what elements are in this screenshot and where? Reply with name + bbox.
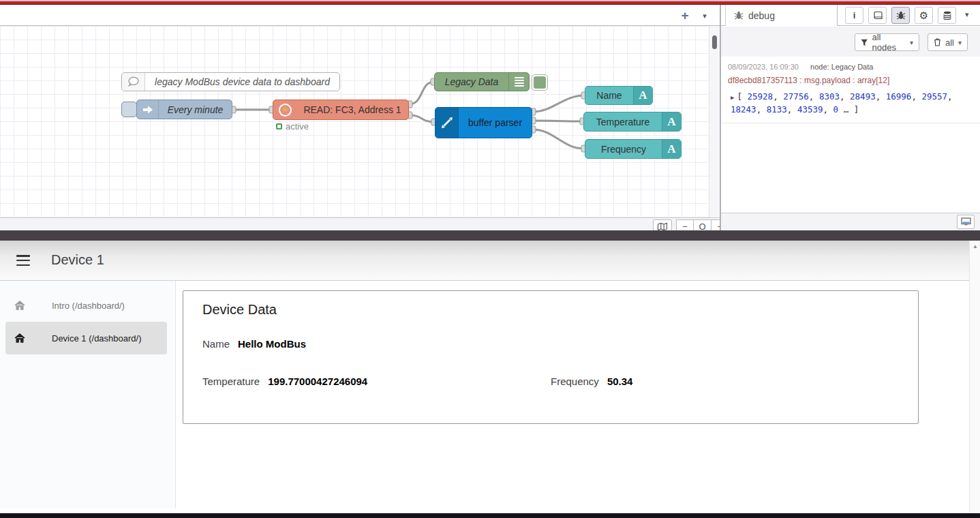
home-icon xyxy=(14,333,26,344)
filter-nodes-button[interactable]: all nodes ▾ xyxy=(855,33,919,51)
book-icon xyxy=(873,11,883,20)
field-label: Frequency xyxy=(551,376,599,387)
clear-messages-button[interactable]: all ▾ xyxy=(928,33,968,51)
debug-node-label: Legacy Data xyxy=(435,76,508,87)
bug-icon xyxy=(734,11,744,20)
tab-debug[interactable]: debug xyxy=(725,5,838,26)
ui-text-node-frequency[interactable]: Frequency A xyxy=(585,139,682,159)
window-divider xyxy=(0,230,980,241)
status-ring-icon xyxy=(276,123,282,130)
nav-item-label: Intro (/dashboard/) xyxy=(52,301,125,311)
text-a-icon: A xyxy=(633,87,652,104)
scrollbar-thumb[interactable] xyxy=(712,35,717,49)
comment-node[interactable]: legacy ModBus device data to dashboard xyxy=(121,72,340,91)
card-title: Device Data xyxy=(202,302,899,318)
flow-tab-bar: + ▾ xyxy=(0,5,720,26)
expand-caret-icon[interactable]: ▶ xyxy=(731,94,734,101)
field-label: Temperature xyxy=(202,376,260,387)
inject-arrow-icon xyxy=(137,100,159,119)
modbus-status: active xyxy=(276,121,309,132)
status-text: active xyxy=(286,121,309,132)
flow-list-button[interactable]: ▾ xyxy=(698,10,711,21)
canvas-vertical-scrollbar[interactable] xyxy=(709,26,720,217)
chevron-down-icon: ▾ xyxy=(910,39,913,46)
workspace: + ▾ xyxy=(0,5,720,230)
top-accent-bar xyxy=(0,0,980,5)
dashboard-scrollbar[interactable]: ▲ xyxy=(969,241,980,513)
trash-icon xyxy=(934,38,941,46)
dashboard-nav: Intro (/dashboard/) Device 1 (/dashboard… xyxy=(0,281,176,508)
inject-button[interactable] xyxy=(121,102,137,117)
sidebar-menu-caret[interactable]: ▾ xyxy=(965,10,969,19)
flow-canvas[interactable]: legacy ModBus device data to dashboard E… xyxy=(0,26,709,217)
bottom-window-bar xyxy=(0,513,980,518)
sidebar-tab-bar: debug i ⚙ xyxy=(721,5,980,26)
debug-toolbar: all nodes ▾ all ▾ xyxy=(721,27,980,57)
payload-values: [ 25928, 27756, 8303, 28493, 16996, 2955… xyxy=(731,91,953,115)
comment-label: legacy ModBus device data to dashboard xyxy=(145,76,339,87)
field-frequency: Frequency 50.34 xyxy=(551,376,632,387)
ui-text-frequency-label: Frequency xyxy=(585,144,662,155)
debug-messages-list[interactable]: 08/09/2023, 16:09:30 node: Legacy Data d… xyxy=(721,57,980,213)
resize-arrows-icon xyxy=(435,108,459,138)
field-temperature: Temperature 199.77000427246094 xyxy=(202,376,367,387)
node-red-window: + ▾ xyxy=(0,0,980,518)
modbus-icon: ✳ xyxy=(273,100,296,119)
add-flow-button[interactable]: + xyxy=(676,7,694,24)
field-label: Name xyxy=(202,338,230,350)
dashboard-header: Device 1 xyxy=(0,241,969,281)
chevron-down-icon: ▾ xyxy=(958,39,962,46)
field-value: 199.77000427246094 xyxy=(268,376,367,387)
help-tab-button[interactable] xyxy=(868,7,887,24)
gear-icon: ⚙ xyxy=(919,10,928,22)
dashboard-main: Device Data Name Hello ModBus Temperatur… xyxy=(176,281,969,508)
info-icon: i xyxy=(853,10,856,20)
scroll-up-arrow[interactable]: ▲ xyxy=(973,243,978,249)
open-dashboard-button[interactable] xyxy=(957,215,975,229)
inject-node[interactable]: Every minute xyxy=(136,100,232,119)
modbus-read-label: READ: FC3, Address 1 xyxy=(296,104,408,115)
debug-message[interactable]: 08/09/2023, 16:09:30 node: Legacy Data d… xyxy=(721,57,980,123)
database-icon xyxy=(943,11,952,20)
menu-toggle-button[interactable] xyxy=(16,255,30,266)
buffer-parser-label: buffer parser xyxy=(459,117,532,128)
text-a-icon: A xyxy=(662,140,681,158)
dashboard: Device 1 Intro (/dashboard/) Device 1 (/… xyxy=(0,241,980,513)
debug-tab-button[interactable] xyxy=(891,7,910,24)
field-name: Name Hello ModBus xyxy=(202,338,306,350)
text-a-icon: A xyxy=(662,112,681,131)
funnel-icon xyxy=(861,39,868,46)
nav-item-device-1[interactable]: Device 1 (/dashboard/) xyxy=(5,322,167,354)
debug-source-node: node: Legacy Data xyxy=(810,63,873,71)
nav-item-label: Device 1 (/dashboard/) xyxy=(52,333,142,344)
flow-editor: + ▾ xyxy=(0,5,980,230)
ui-text-node-temperature[interactable]: Temperature A xyxy=(583,112,682,132)
home-icon xyxy=(14,300,26,311)
debug-sidebar: debug i ⚙ xyxy=(720,5,980,230)
monitor-icon xyxy=(961,217,971,226)
buffer-parser-node[interactable]: buffer parser xyxy=(435,107,532,138)
ui-text-name-label: Name xyxy=(585,90,633,101)
config-tab-button[interactable]: ⚙ xyxy=(915,7,933,24)
dashboard-title: Device 1 xyxy=(51,252,104,268)
tab-debug-label: debug xyxy=(748,10,775,21)
debug-enable-toggle[interactable] xyxy=(532,74,548,91)
debug-payload-array[interactable]: ▶[ 25928, 27756, 8303, 28493, 16996, 295… xyxy=(728,91,973,116)
ui-text-temperature-label: Temperature xyxy=(584,117,662,127)
debug-timestamp: 08/09/2023, 16:09:30 xyxy=(728,63,799,71)
field-value: Hello ModBus xyxy=(238,338,306,350)
field-value: 50.34 xyxy=(607,376,633,387)
inject-node-label: Every minute xyxy=(159,104,232,115)
sidebar-footer xyxy=(721,213,980,230)
info-tab-button[interactable]: i xyxy=(845,7,863,24)
bug-icon xyxy=(896,11,906,20)
debug-msg-meta: df8ecbd817357113 : msg.payload : array[1… xyxy=(728,76,973,85)
context-tab-button[interactable] xyxy=(938,7,956,24)
ui-text-node-name[interactable]: Name A xyxy=(585,86,653,105)
debug-output-icon xyxy=(508,73,529,91)
modbus-read-node[interactable]: ✳ READ: FC3, Address 1 xyxy=(273,100,409,120)
debug-node-legacy-data[interactable]: Legacy Data xyxy=(434,72,530,91)
nav-item-intro[interactable]: Intro (/dashboard/) xyxy=(5,289,167,322)
filter-label: all nodes xyxy=(872,32,906,52)
comment-icon xyxy=(122,73,145,91)
